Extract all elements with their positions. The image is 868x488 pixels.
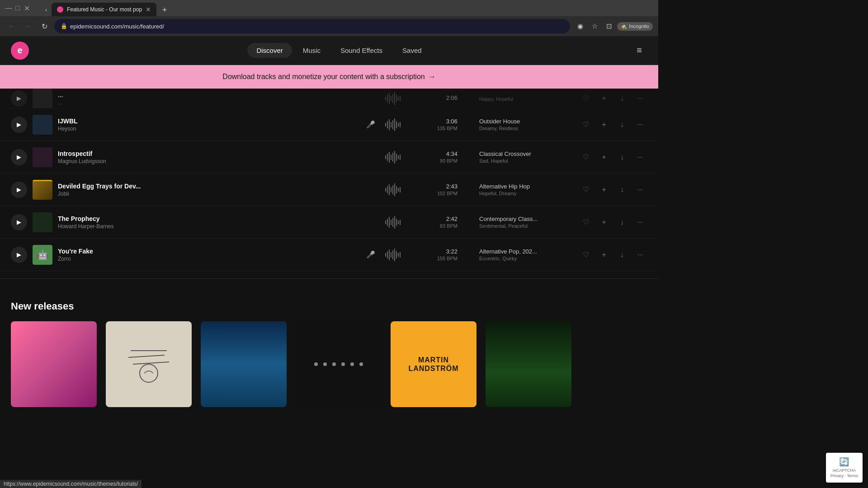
like-button[interactable]: ♡ (579, 117, 593, 132)
svg-rect-13 (392, 120, 393, 129)
more-button[interactable]: ··· (633, 117, 647, 132)
download-button[interactable]: ↓ (615, 248, 629, 262)
back-button[interactable]: ← (5, 20, 18, 33)
track-item: ▶ The Prophecy Howard Harper-Barnes 2:42… (0, 206, 658, 239)
svg-rect-43 (398, 221, 399, 224)
address-bar[interactable]: 🔒 epidemicsound.com/music/featured/ (54, 19, 570, 33)
track-item: ▶ Deviled Egg Trays for Dev... Jobii 2:4… (0, 174, 658, 206)
more-button[interactable]: ··· (633, 91, 647, 106)
track-play-button[interactable]: ▶ (11, 214, 27, 230)
svg-rect-51 (396, 251, 397, 258)
album-card[interactable]: MARTINLANDSTRÖM (391, 321, 476, 407)
track-avatar: 🤖 (33, 245, 52, 265)
download-button[interactable]: ↓ (615, 150, 629, 164)
track-genre: Classical Crossover Sad, Hopeful (479, 150, 561, 164)
track-item: ▶ IJWBL Heyson 🎤 3:06 135 BPM Outsider H… (0, 108, 658, 141)
svg-rect-8 (400, 96, 401, 101)
tab-close-button[interactable]: ✕ (146, 6, 151, 13)
track-play-button[interactable]: ▶ (11, 182, 27, 198)
track-title: Deviled Egg Trays for Dev... (58, 183, 365, 190)
album-card[interactable] (296, 321, 382, 407)
download-button[interactable]: ↓ (615, 91, 629, 106)
like-button[interactable]: ♡ (579, 215, 593, 230)
mic-icon[interactable]: 🎤 (365, 119, 376, 130)
nav-discover[interactable]: Discover (247, 43, 292, 58)
track-actions: ♡ + ↓ ··· (579, 248, 647, 262)
add-button[interactable]: + (597, 150, 611, 164)
album-thumbnail (486, 321, 571, 407)
svg-rect-25 (398, 155, 399, 159)
track-actions: ♡ + ↓ ··· (579, 183, 647, 197)
waveform-icon (383, 245, 403, 265)
nav-sound-effects[interactable]: Sound Effects (331, 43, 392, 58)
more-button[interactable]: ··· (633, 150, 647, 164)
track-bpm: 102 BPM (421, 191, 458, 196)
star-icon[interactable]: ☆ (588, 20, 601, 33)
download-button[interactable]: ↓ (615, 215, 629, 230)
more-button[interactable]: ··· (633, 183, 647, 197)
add-button[interactable]: + (597, 215, 611, 230)
more-button[interactable]: ··· (633, 215, 647, 230)
track-genre: Alternative Pop, 202... Eccentric, Quirk… (479, 248, 561, 261)
svg-rect-6 (396, 95, 397, 102)
promo-banner[interactable]: Download tracks and monetize your conten… (0, 65, 658, 89)
track-play-button[interactable]: ▶ (11, 247, 27, 263)
track-play-button[interactable]: ▶ (11, 117, 27, 133)
svg-rect-2 (389, 93, 390, 104)
maximize-button[interactable]: □ (14, 5, 21, 11)
svg-rect-19 (387, 154, 388, 161)
svg-rect-1 (387, 95, 388, 102)
refresh-button[interactable]: ↻ (38, 20, 51, 33)
track-artist: ... (58, 99, 383, 106)
add-button[interactable]: + (597, 248, 611, 262)
svg-rect-33 (396, 186, 397, 193)
album-thumbnail (296, 321, 382, 407)
mic-icon[interactable]: 🎤 (365, 249, 376, 260)
tab-scroll-left[interactable]: ‹ (41, 4, 52, 16)
more-button[interactable]: ··· (633, 248, 647, 262)
nav-saved[interactable]: Saved (393, 43, 431, 58)
track-info: Introspectif Magnus Ludvigsson (58, 150, 365, 164)
album-card[interactable] (106, 321, 192, 407)
like-button[interactable]: ♡ (579, 248, 593, 262)
album-card[interactable] (11, 321, 97, 407)
like-button[interactable]: ♡ (579, 91, 593, 106)
svg-rect-40 (392, 218, 393, 227)
track-time: 4:34 (421, 150, 458, 157)
nav-music[interactable]: Music (294, 43, 330, 58)
track-info: Deviled Egg Trays for Dev... Jobii (58, 183, 365, 197)
svg-rect-5 (394, 92, 395, 105)
incognito-label: Incognito (629, 23, 649, 29)
track-time: 2:06 (421, 94, 458, 101)
track-time: 3:22 (421, 248, 458, 255)
track-play-button[interactable]: ▶ (11, 90, 27, 107)
forward-button[interactable]: → (22, 20, 34, 33)
eye-off-icon[interactable]: ◉ (574, 20, 586, 33)
track-info: The Prophecy Howard Harper-Barnes (58, 215, 365, 230)
album-thumbnail (201, 321, 287, 407)
close-button[interactable]: ✕ (24, 5, 30, 11)
download-button[interactable]: ↓ (615, 117, 629, 132)
album-thumbnail (106, 321, 192, 407)
split-view-icon[interactable]: ⊡ (603, 20, 615, 33)
album-card[interactable] (201, 321, 287, 407)
promo-arrow-icon: → (429, 73, 436, 81)
album-card[interactable] (486, 321, 571, 407)
track-duration: 3:06 135 BPM (421, 118, 458, 131)
like-button[interactable]: ♡ (579, 150, 593, 164)
browser-tab[interactable]: Featured Music - Our most pop ✕ (52, 3, 156, 16)
add-button[interactable]: + (597, 91, 611, 106)
track-artist: Zorro (58, 256, 358, 262)
add-button[interactable]: + (597, 117, 611, 132)
hamburger-menu[interactable]: ≡ (631, 42, 647, 59)
download-button[interactable]: ↓ (615, 183, 629, 197)
track-time: 2:42 (421, 216, 458, 222)
svg-rect-38 (389, 217, 390, 228)
like-button[interactable]: ♡ (579, 183, 593, 197)
minimize-button[interactable]: — (5, 5, 12, 11)
track-play-button[interactable]: ▶ (11, 149, 27, 165)
add-button[interactable]: + (597, 183, 611, 197)
new-tab-button[interactable]: + (158, 4, 171, 16)
track-genre: Outsider House Dreamy, Restless (479, 118, 561, 131)
app-logo[interactable]: e (11, 42, 29, 60)
